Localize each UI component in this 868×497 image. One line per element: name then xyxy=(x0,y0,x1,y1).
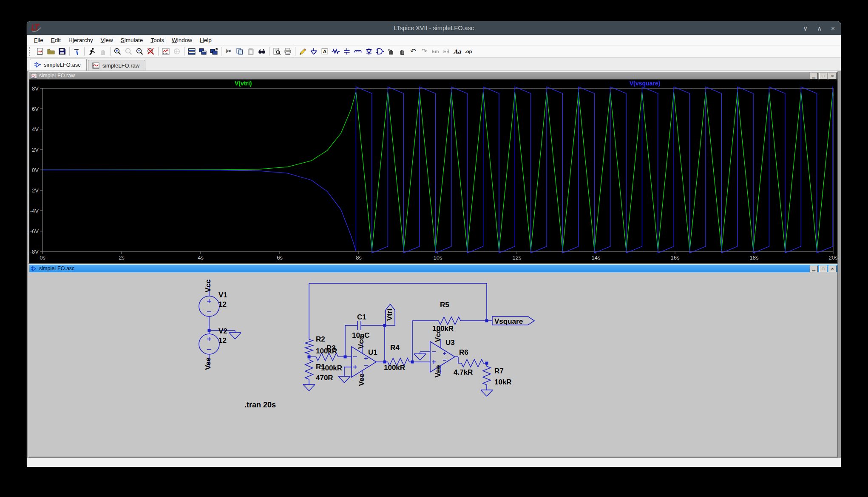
label-r5[interactable]: R5 xyxy=(440,301,449,309)
minimize-button[interactable]: ∨ xyxy=(803,25,808,31)
ground-symbol[interactable] xyxy=(303,382,315,391)
value-r7[interactable]: 10kR xyxy=(494,378,512,386)
label-c1[interactable]: C1 xyxy=(357,313,366,321)
menu-hierarchy[interactable]: Hierarchy xyxy=(65,36,97,45)
label-r4[interactable]: R4 xyxy=(390,344,400,352)
ground-symbol[interactable] xyxy=(229,330,241,339)
resistor-r1[interactable] xyxy=(305,357,313,382)
net-label-vtri[interactable]: Vtri xyxy=(386,309,394,321)
label-r6[interactable]: R6 xyxy=(459,348,468,356)
label-r7[interactable]: R7 xyxy=(494,367,504,375)
legend-vtri[interactable]: V(vtri) xyxy=(235,80,252,87)
find-button[interactable] xyxy=(256,46,267,56)
maximize-button[interactable]: ∧ xyxy=(817,25,822,31)
resistor-r2[interactable] xyxy=(305,336,313,357)
open-file-button[interactable] xyxy=(45,46,57,56)
place-component-button[interactable] xyxy=(374,46,386,56)
resistor-r5[interactable] xyxy=(412,317,487,325)
ground-symbol[interactable] xyxy=(338,374,350,383)
draw-wire-button[interactable] xyxy=(297,46,308,56)
menu-file[interactable]: File xyxy=(30,36,47,45)
close-button[interactable]: × xyxy=(831,25,835,31)
rail-vcc-u3[interactable]: Vcc xyxy=(434,329,442,342)
place-text-button[interactable]: Aa xyxy=(452,46,463,56)
label-u3[interactable]: U3 xyxy=(445,339,455,347)
label-r1[interactable]: R1 xyxy=(316,363,325,371)
menu-help[interactable]: Help xyxy=(196,36,216,45)
ground-symbol[interactable] xyxy=(414,352,426,360)
place-resistor-button[interactable] xyxy=(330,46,341,56)
menu-tools[interactable]: Tools xyxy=(147,36,168,45)
tab-simplelfo-raw[interactable]: simpleLFO.raw xyxy=(88,60,145,71)
rail-vee-u1[interactable]: Vee xyxy=(357,373,366,386)
drag-button[interactable] xyxy=(397,46,408,56)
zoom-in-button[interactable] xyxy=(112,46,123,56)
print-button[interactable] xyxy=(282,46,293,56)
menu-window[interactable]: Window xyxy=(168,36,196,45)
place-capacitor-button[interactable] xyxy=(341,46,352,56)
tile-horizontally-button[interactable] xyxy=(186,46,197,56)
menu-simulate[interactable]: Simulate xyxy=(117,36,147,45)
schematic-titlebar[interactable]: simpleLFO.asc ▁ □ × xyxy=(29,265,837,272)
schematic-drawing[interactable]: V112V212R2100kRR3100kRR1470RC110nCU1R410… xyxy=(29,272,837,457)
tile-vertically-button[interactable] xyxy=(197,46,208,56)
undo-button[interactable]: ↶ xyxy=(408,46,419,56)
trace-vvtri[interactable] xyxy=(43,92,833,250)
menu-view[interactable]: View xyxy=(97,36,117,45)
ground-symbol[interactable] xyxy=(481,388,493,396)
label-v1[interactable]: V1 xyxy=(218,291,227,299)
waveform-maximize-button[interactable]: □ xyxy=(819,73,827,79)
spice-directive-button[interactable]: .op xyxy=(463,46,474,56)
label-r3[interactable]: R3 xyxy=(326,344,336,352)
label-net-button[interactable]: A xyxy=(319,46,330,56)
label-v2[interactable]: V2 xyxy=(218,327,227,335)
spice-directive-text[interactable]: .tran 20s xyxy=(244,401,276,409)
cut-button[interactable]: ✂ xyxy=(223,46,234,56)
waveform-close-button[interactable]: × xyxy=(828,73,837,79)
titlebar[interactable]: LTspice XVII - simpleLFO.asc ∨ ∧ × xyxy=(27,21,841,35)
resistor-r6[interactable] xyxy=(458,359,487,367)
net-label-vsquare[interactable]: Vsquare xyxy=(494,317,523,325)
place-diode-button[interactable] xyxy=(363,46,374,56)
autorange-y-axis-button[interactable] xyxy=(160,46,171,56)
zoom-full-extents-button[interactable] xyxy=(145,46,156,56)
label-u1[interactable]: U1 xyxy=(368,348,377,356)
voltage-source-v1[interactable] xyxy=(199,296,219,316)
print-preview-button[interactable] xyxy=(271,46,282,56)
schematic-close-button[interactable]: × xyxy=(828,265,837,272)
value-r6[interactable]: 4.7kR xyxy=(454,368,473,376)
cascade-windows-button[interactable] xyxy=(208,46,219,56)
schematic-maximize-button[interactable]: □ xyxy=(819,265,827,272)
rail-vee-v2[interactable]: Vee xyxy=(204,357,212,370)
resistor-r7[interactable] xyxy=(483,363,491,388)
schematic-canvas[interactable]: V112V212R2100kRR3100kRR1470RC110nCU1R410… xyxy=(29,272,837,457)
toolbar-grip[interactable] xyxy=(29,47,32,56)
control-panel-button[interactable] xyxy=(71,46,82,56)
legend-vsquare[interactable]: V(vsquare) xyxy=(630,80,660,87)
value-r4[interactable]: 100kR xyxy=(384,364,405,372)
value-r1[interactable]: 470R xyxy=(316,374,333,382)
waveform-plot[interactable]: 8V6V4V2V0V-2V-4V-6V-8V0s2s4s6s8s10s12s14… xyxy=(29,79,837,263)
tab-simplelfo-asc[interactable]: simpleLFO.asc xyxy=(30,59,87,71)
save-button[interactable] xyxy=(57,46,68,56)
value-v1[interactable]: 12 xyxy=(218,300,227,308)
place-inductor-button[interactable] xyxy=(352,46,363,56)
waveform-minimize-button[interactable]: ▁ xyxy=(810,73,818,79)
schematic-minimize-button[interactable]: ▁ xyxy=(810,265,818,272)
capacitor-c1[interactable] xyxy=(357,321,361,330)
place-ground-button[interactable] xyxy=(308,46,319,56)
waveform-titlebar[interactable]: simpleLFO.raw ▁ □ × xyxy=(29,72,837,79)
voltage-source-v2[interactable] xyxy=(199,334,219,354)
rail-vcc-v1[interactable]: Vcc xyxy=(204,280,212,292)
rail-vcc-u1[interactable]: Vcc xyxy=(357,336,365,349)
waveform-plot-area[interactable]: 8V6V4V2V0V-2V-4V-6V-8V0s2s4s6s8s10s12s14… xyxy=(29,79,837,263)
move-button[interactable] xyxy=(386,46,397,56)
run-simulation-button[interactable] xyxy=(86,46,97,56)
new-schematic-button[interactable] xyxy=(34,46,45,56)
menu-edit[interactable]: Edit xyxy=(47,36,65,45)
rail-vee-u3[interactable]: Vee xyxy=(434,365,442,377)
zoom-out-button[interactable] xyxy=(134,46,145,56)
value-v2[interactable]: 12 xyxy=(218,336,227,345)
copy-button[interactable] xyxy=(234,46,245,56)
label-r2[interactable]: R2 xyxy=(316,335,325,343)
